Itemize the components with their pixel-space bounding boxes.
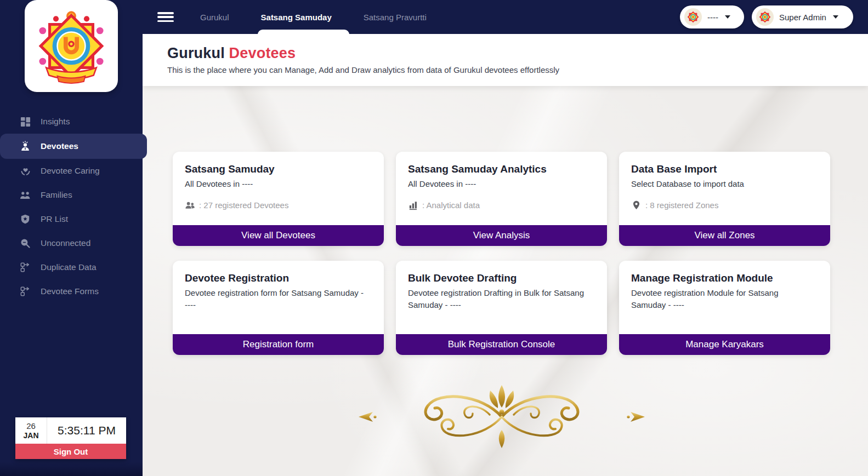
- flow-branch-icon: [20, 286, 31, 297]
- card-subtitle: Devotee registration form for Satsang Sa…: [185, 287, 366, 311]
- emblem-avatar-icon: [684, 8, 702, 26]
- card-stat: : 8 registered Zones: [631, 200, 718, 210]
- tab-gurukul[interactable]: Gurukul: [200, 13, 229, 22]
- caring-hands-heart-icon: [20, 165, 31, 176]
- clock-month: JAN: [23, 431, 38, 440]
- sidebar-item-label: Insights: [41, 117, 70, 127]
- hamburger-menu-icon[interactable]: [157, 12, 174, 22]
- card-stat-text: : 8 registered Zones: [645, 200, 718, 210]
- card-devotee-registration: Devotee Registration Devotee registratio…: [173, 261, 384, 355]
- bar-chart-icon: [408, 200, 418, 210]
- location-pin-icon: [631, 200, 642, 210]
- card-title: Satsang Samuday: [185, 163, 372, 175]
- sidebar-item-devotee-forms[interactable]: Devotee Forms: [0, 279, 143, 303]
- card-satsang-samuday: Satsang Samuday All Devotees in ---- : 2…: [173, 152, 384, 246]
- sidebar-item-duplicate-data[interactable]: Duplicate Data: [0, 255, 143, 279]
- app-window: Insights Devotees: [0, 0, 868, 476]
- region-dropdown-label: ----: [707, 13, 718, 22]
- card-stat-text: : 27 registered Devotees: [199, 200, 288, 210]
- chevron-down-icon: [725, 15, 730, 19]
- main-content: Satsang Samuday All Devotees in ---- : 2…: [143, 86, 868, 476]
- sidebar-item-devotee-caring[interactable]: Devotee Caring: [0, 159, 143, 183]
- card-title: Manage Registration Module: [631, 272, 818, 284]
- page-subtitle: This is the place where you can Manage, …: [167, 65, 559, 74]
- sidebar-item-label: PR List: [41, 214, 68, 224]
- devotee-person-icon: [20, 141, 31, 152]
- search-minus-icon: [20, 238, 31, 249]
- top-navbar: Gurukul Satsang Samuday Satsang Pravurtt…: [143, 0, 868, 34]
- gurukul-emblem-logo: [36, 8, 106, 84]
- sidebar-item-insights[interactable]: Insights: [0, 110, 143, 134]
- page-title-accent: Devotees: [229, 45, 296, 61]
- card-stat: : 27 registered Devotees: [185, 200, 288, 210]
- flow-branch-icon: [20, 262, 31, 273]
- people-icon: [185, 200, 195, 210]
- page-title-primary: Gurukul: [167, 45, 225, 61]
- manage-karyakars-button[interactable]: Manage Karyakars: [619, 334, 830, 355]
- sidebar-item-label: Families: [41, 190, 72, 200]
- card-subtitle: Devotee registration Drafting in Bulk fo…: [408, 287, 589, 311]
- user-dropdown[interactable]: Super Admin: [752, 5, 853, 28]
- view-all-zones-button[interactable]: View all Zones: [619, 225, 830, 246]
- sidebar-item-devotees[interactable]: Devotees: [0, 134, 147, 159]
- page-header: Gurukul Devotees This is the place where…: [143, 34, 868, 86]
- sidebar: Insights Devotees: [0, 0, 143, 476]
- tab-satsang-samuday[interactable]: Satsang Samuday: [261, 13, 332, 22]
- clock-date: 26 JAN: [15, 417, 47, 444]
- region-dropdown[interactable]: ----: [680, 5, 744, 28]
- sidebar-item-label: Duplicate Data: [41, 262, 97, 272]
- view-analysis-button[interactable]: View Analysis: [396, 225, 607, 246]
- emblem-avatar-icon: [756, 8, 774, 26]
- nav-tabs: Gurukul Satsang Samuday Satsang Pravurtt…: [200, 0, 427, 34]
- sign-out-button[interactable]: Sign Out: [15, 444, 126, 459]
- page-title: Gurukul Devotees: [167, 45, 296, 62]
- card-manage-registration-module: Manage Registration Module Devotee regis…: [619, 261, 830, 355]
- card-subtitle: Devotee registration Module for Satsang …: [631, 287, 812, 311]
- clock-time: 5:35:11 PM: [47, 417, 126, 444]
- user-dropdown-label: Super Admin: [779, 13, 826, 22]
- card-title: Data Base Import: [631, 163, 818, 175]
- sidebar-item-label: Devotee Caring: [41, 166, 100, 176]
- dashboard-grid-icon: [20, 116, 31, 127]
- card-subtitle: Select Database to import data: [631, 178, 812, 190]
- view-all-devotees-button[interactable]: View all Devotees: [173, 225, 384, 246]
- card-subtitle: All Devotees in ----: [185, 178, 366, 190]
- card-stat: : Analytical data: [408, 200, 480, 210]
- bulk-registration-console-button[interactable]: Bulk Registration Console: [396, 334, 607, 355]
- tab-satsang-pravurtti[interactable]: Satsang Pravurtti: [364, 13, 427, 22]
- sidebar-menu: Insights Devotees: [0, 110, 143, 303]
- families-people-icon: [20, 190, 31, 200]
- card-title: Devotee Registration: [185, 272, 372, 284]
- sidebar-item-label: Unconnected: [41, 238, 90, 248]
- clock-display: 26 JAN 5:35:11 PM: [15, 417, 126, 444]
- card-bulk-devotee-drafting: Bulk Devotee Drafting Devotee registrati…: [396, 261, 607, 355]
- clock-widget: 26 JAN 5:35:11 PM Sign Out: [15, 417, 126, 459]
- cards-grid: Satsang Samuday All Devotees in ---- : 2…: [173, 152, 830, 355]
- sidebar-item-unconnected[interactable]: Unconnected: [0, 231, 143, 255]
- shield-star-icon: [20, 214, 31, 225]
- sidebar-item-families[interactable]: Families: [0, 183, 143, 207]
- clock-day: 26: [26, 421, 36, 431]
- card-satsang-samuday-analytics: Satsang Samuday Analytics All Devotees i…: [396, 152, 607, 246]
- sidebar-item-label: Devotees: [41, 141, 78, 151]
- registration-form-button[interactable]: Registration form: [173, 334, 384, 355]
- organization-logo-card: [25, 0, 118, 92]
- chevron-down-icon: [833, 15, 838, 19]
- card-data-base-import: Data Base Import Select Database to impo…: [619, 152, 830, 246]
- sidebar-item-pr-list[interactable]: PR List: [0, 207, 143, 231]
- gold-flourish-ornament: [356, 382, 647, 450]
- card-title: Bulk Devotee Drafting: [408, 272, 595, 284]
- sidebar-item-label: Devotee Forms: [41, 286, 99, 296]
- card-title: Satsang Samuday Analytics: [408, 163, 595, 175]
- card-stat-text: : Analytical data: [422, 200, 480, 210]
- card-subtitle: All Devotees in ----: [408, 178, 589, 190]
